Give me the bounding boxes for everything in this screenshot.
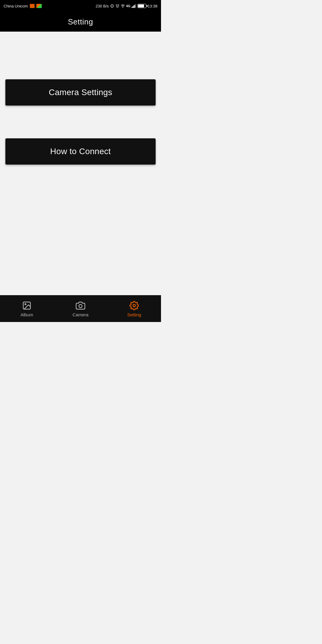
nav-label-setting: Setting [127,312,141,317]
svg-point-14 [79,304,82,308]
camera-settings-button[interactable]: Camera Settings [5,79,156,106]
time-label: 13:38 [148,4,157,8]
setting-svg [129,301,139,310]
status-bar: China Unicom 230 B/s 4G [0,0,161,12]
svg-rect-0 [111,4,113,7]
how-to-connect-button[interactable]: How to Connect [5,138,156,165]
nav-item-album[interactable]: Album [0,300,54,317]
carrier-label: China Unicom [4,4,28,8]
signal-icon [131,4,136,8]
svg-point-6 [123,7,123,7]
main-content: Camera Settings How to Connect [0,32,161,295]
svg-rect-8 [133,6,133,8]
nav-label-camera: Camera [72,312,88,317]
status-right: 230 B/s 4G [96,4,157,8]
nav-item-setting[interactable]: Setting [107,300,161,317]
status-left: China Unicom [4,4,42,8]
network-speed: 230 B/s [96,4,109,8]
svg-rect-11 [135,4,136,8]
svg-line-5 [118,4,119,5]
wifi-icon [121,4,125,8]
nav-label-album: Album [21,312,33,317]
app-bar: Setting [0,12,161,32]
app-bar-title: Setting [68,17,93,27]
bottom-nav: Album Camera Setting [0,295,161,322]
vibrate-icon [110,4,114,8]
carrier-icon1 [30,4,35,8]
nav-item-camera[interactable]: Camera [54,300,107,317]
svg-line-4 [116,4,117,5]
album-icon [21,300,32,311]
svg-rect-9 [134,5,134,8]
camera-icon [75,300,86,311]
camera-svg [76,301,85,310]
setting-icon [129,300,140,311]
album-svg [22,301,32,310]
battery-icon [137,4,146,8]
svg-rect-10 [134,5,135,8]
svg-rect-7 [131,7,132,8]
battery-fill [138,4,144,7]
alarm-icon [115,4,120,8]
carrier-icon2 [36,4,42,8]
network-type: 4G [126,4,131,8]
svg-point-15 [133,304,135,307]
svg-point-13 [25,304,26,305]
